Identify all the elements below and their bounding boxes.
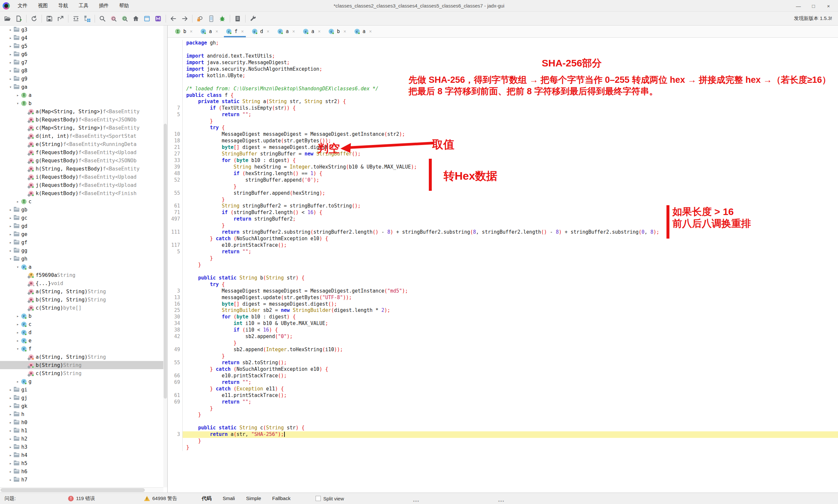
chevron-right-icon[interactable]: ▸ [15,93,20,97]
chevron-right-icon[interactable]: ▸ [8,461,13,466]
tree-item-gd[interactable]: ▸gd [0,222,163,230]
back-icon[interactable] [168,14,179,24]
code-line[interactable]: 5 return ""; [167,249,838,255]
chevron-right-icon[interactable]: ▸ [8,453,13,457]
tree-item-k-RequestBody-[interactable]: mk(RequestBody) f<BaseEntity<Finish [0,189,163,197]
menu-工具[interactable]: 工具 [74,1,93,10]
code-line[interactable]: try { [167,125,838,131]
tab-a[interactable]: ca× [273,25,299,37]
tab-close-icon[interactable]: × [215,29,218,34]
tree-item-gi[interactable]: ▸gi [0,385,163,394]
horizontal-swap-icon[interactable] [70,14,82,24]
code-line[interactable] [167,268,838,275]
code-line[interactable]: 49 sb2.append(Integer.toHexString(i10)); [167,346,838,353]
chevron-right-icon[interactable]: ▸ [15,379,20,384]
code-line[interactable]: 117 e10.printStackTrace(); [167,242,838,249]
tree-item-gk[interactable]: ▸gk [0,402,163,410]
view-tab-Smali[interactable]: Smali [217,493,240,504]
code-line[interactable]: try { [167,282,838,288]
chevron-right-icon[interactable]: ▸ [8,216,13,220]
minimize-button[interactable]: — [791,0,806,12]
code-line[interactable]: } catch (NoSuchAlgorithmException e10) { [167,236,838,242]
deobfuscation-icon[interactable] [194,14,206,24]
code-area[interactable]: package gh;import android.text.TextUtils… [167,38,838,451]
code-line[interactable]: } [167,118,838,125]
export-icon[interactable] [55,14,66,24]
tab-close-icon[interactable]: × [190,29,193,34]
scrollbar-thumb[interactable] [1,488,145,492]
code-line[interactable]: import android.text.TextUtils; [167,53,838,59]
tree-item-d[interactable]: ▸cd [0,328,163,337]
update-notice[interactable]: 发现新版本 1.5.3! [794,15,832,22]
code-line[interactable]: public static String c(String str) { [167,425,838,431]
search-icon[interactable] [97,14,108,24]
code-line[interactable]: 52 stringBuffer.append('0'); [167,177,838,184]
code-line[interactable]: } [167,255,838,262]
new-window-icon[interactable] [141,14,153,24]
errors-status[interactable]: ! 119 错误 [68,496,95,502]
tree-vertical-scrollbar[interactable] [163,25,167,487]
tree-item-c-Map-String-String-[interactable]: mc(Map<String, String>) f<BaseEntity [0,124,163,132]
tree-item-b-RequestBody-[interactable]: mb(RequestBody) f<BaseEntity<JSONOb [0,115,163,124]
code-line[interactable]: 18 messageDigest.update(str.getBytes()); [167,138,838,144]
device-icon[interactable] [206,14,217,24]
tree-item-c-String-[interactable]: mc(String) String [0,369,163,377]
main-activity-icon[interactable] [130,14,141,24]
close-button[interactable]: × [821,0,836,12]
chevron-right-icon[interactable]: ▸ [8,404,13,409]
tree-item-h2[interactable]: ▸h2 [0,435,163,443]
chevron-right-icon[interactable]: ▸ [8,60,13,65]
tab-d[interactable]: cd× [248,25,273,37]
menu-帮助[interactable]: 帮助 [114,1,133,10]
tree-item-h[interactable]: ▸h [0,410,163,418]
tab-close-icon[interactable]: × [292,29,295,34]
search-text-icon[interactable] [108,14,119,24]
tab-close-icon[interactable]: × [241,29,244,34]
menu-导航[interactable]: 导航 [54,1,73,10]
tree-item-g5[interactable]: ▸g5 [0,42,163,50]
tree-item-gc[interactable]: ▸gc [0,214,163,222]
menu-视图[interactable]: 视图 [33,1,52,10]
tree-item-b[interactable]: ▾Ib [0,99,163,107]
code-line[interactable]: 111 return stringBuffer2.substring(strin… [167,229,838,236]
code-line[interactable]: 30 for (byte b10 : digest) { [167,314,838,320]
chevron-down-icon[interactable]: ▾ [8,256,13,261]
code-line[interactable]: 42 sb2.append("0"); [167,334,838,340]
chevron-right-icon[interactable]: ▸ [8,248,13,253]
settings-wrench-icon[interactable] [248,14,258,24]
tree-item-f-RequestBody-[interactable]: mf(RequestBody) f<BaseEntity<Upload [0,148,163,157]
tree-item-g4[interactable]: ▸g4 [0,34,163,42]
code-line[interactable]: } [167,445,838,451]
chevron-right-icon[interactable]: ▸ [8,478,13,482]
scrollbar-thumb[interactable] [164,124,167,399]
tree-item-ge[interactable]: ▸ge [0,230,163,238]
chevron-right-icon[interactable]: ▸ [8,469,13,474]
tree-item-g9[interactable]: ▸g9 [0,75,163,83]
tab-a[interactable]: ca× [299,25,324,37]
tree-item-a[interactable]: ▸Ia [0,91,163,99]
tab-close-icon[interactable]: × [318,29,320,34]
debug-bug-icon[interactable] [217,14,228,24]
tree-item-e-String-[interactable]: me(String) f<BaseEntity<RunningDeta [0,140,163,148]
tab-a[interactable]: ca× [350,25,376,37]
code-line[interactable]: 27 StringBuffer stringBuffer = new Strin… [167,151,838,158]
chevron-right-icon[interactable]: ▸ [15,199,20,204]
code-line[interactable]: } [167,340,838,346]
code-line[interactable]: 21 byte[] digest = messageDigest.digest(… [167,144,838,151]
chevron-right-icon[interactable]: ▸ [15,338,20,343]
chevron-down-icon[interactable]: ▾ [15,346,20,351]
code-line[interactable]: } [167,197,838,203]
code-line[interactable]: 33 for (byte b10 : digest) { [167,158,838,164]
split-view-checkbox[interactable] [316,496,321,501]
code-line[interactable] [167,418,838,425]
warnings-status[interactable]: 64998 警告 [144,496,177,502]
tree-item-g3[interactable]: ▸g3 [0,25,163,34]
tree-item-g[interactable]: ▸cg [0,377,163,385]
code-line[interactable]: } catch (NoSuchAlgorithmException e10) { [167,366,838,373]
code-line[interactable]: 55 stringBuffer.append(hexString); [167,190,838,197]
tree-item-gj[interactable]: ▸gj [0,394,163,402]
chevron-right-icon[interactable]: ▸ [8,396,13,400]
code-line[interactable]: 3 MessageDigest messageDigest = MessageD… [167,288,838,294]
code-line-highlighted[interactable]: 3 return a(str, "SHA-256"); [167,431,838,438]
tree-item-j-RequestBody-[interactable]: mj(RequestBody) f<BaseEntity<Upload [0,181,163,189]
